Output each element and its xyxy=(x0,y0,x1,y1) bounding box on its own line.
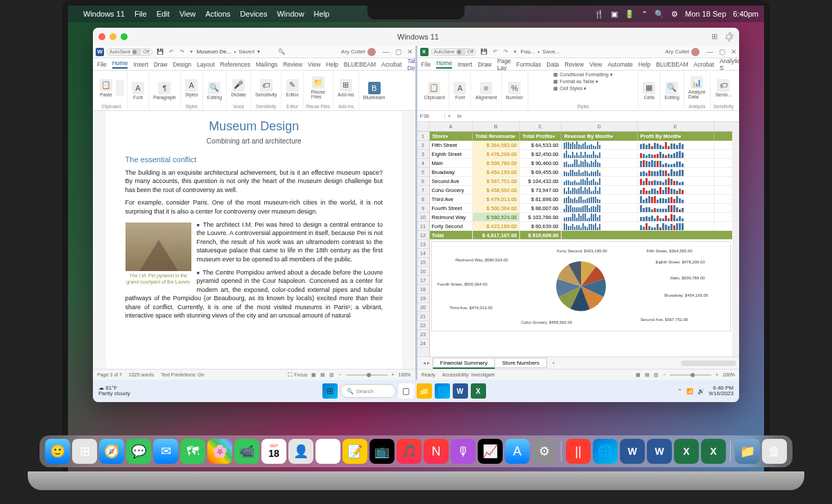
menubar-screen-icon[interactable]: ▣ xyxy=(611,10,618,19)
dock-word-win-icon[interactable]: W xyxy=(647,439,672,464)
excel-header-3[interactable]: Revenue By Month ▾ xyxy=(562,132,638,141)
excel-autosave-toggle[interactable]: AutoSave Off xyxy=(431,49,477,55)
word-sensitivity-button[interactable]: 🏷Sensitivity xyxy=(254,78,279,98)
excel-editing-button[interactable]: 🔍Editing xyxy=(663,80,680,101)
menubar-help[interactable]: Help xyxy=(314,10,330,18)
excel-row-4[interactable]: Second Ave$ 567,751.00$ 104,432.00 xyxy=(430,177,733,186)
menubar-date[interactable]: Mon 18 Sep xyxy=(685,10,726,18)
word-user-avatar[interactable] xyxy=(367,48,376,56)
dock-downloads-icon[interactable]: 📁 xyxy=(735,439,760,464)
word-save-icon[interactable]: 💾 xyxy=(155,49,165,55)
word-tab-help[interactable]: Help xyxy=(326,61,338,68)
taskbar-word-icon[interactable]: W xyxy=(453,383,468,399)
word-tab-view[interactable]: View xyxy=(308,61,320,68)
excel-tab-analytic[interactable]: Analytic S xyxy=(720,58,739,71)
dock-edge-icon[interactable]: 🌐 xyxy=(593,439,618,464)
word-view-print-icon[interactable]: ▦ xyxy=(311,372,316,378)
taskbar-start-button[interactable]: ⊞ xyxy=(322,383,338,399)
excel-conditional-formatting[interactable]: ▦ Conditional Formatting ▾ xyxy=(553,72,612,78)
dock-maps-icon[interactable]: 🗺 xyxy=(180,439,205,464)
dock-trash-icon[interactable]: 🗑 xyxy=(762,439,787,464)
excel-zoom-level[interactable]: 100% xyxy=(722,372,735,377)
word-tab-acrobat[interactable]: Acrobat xyxy=(381,61,401,68)
excel-analyze-button[interactable]: 📊AnalyzeData xyxy=(687,75,707,101)
dock-stocks-icon[interactable]: 📈 xyxy=(478,439,503,464)
word-tab-home[interactable]: Home xyxy=(112,60,128,69)
excel-user-avatar[interactable] xyxy=(691,48,700,56)
excel-close-button[interactable]: ✕ xyxy=(731,48,736,55)
word-filename[interactable]: Museum De... xyxy=(197,49,232,55)
word-tab-draw[interactable]: Draw xyxy=(154,61,168,68)
tray-chevron-icon[interactable]: ⌃ xyxy=(677,388,682,394)
word-search-icon[interactable]: 🔍 xyxy=(277,49,286,55)
excel-tab-bluebeam[interactable]: BLUEBEAM xyxy=(656,61,688,68)
taskbar-edge-icon[interactable]: 🌐 xyxy=(435,383,450,399)
excel-row-2[interactable]: Main$ 509,789.00$ 90,460.00 xyxy=(430,159,733,168)
excel-sheet-tab-1[interactable]: Financial Summary xyxy=(433,358,495,369)
excel-tab-formulas[interactable]: Formulas xyxy=(517,61,541,68)
word-editor-button[interactable]: ✎Editor xyxy=(284,78,300,98)
dock-notes-icon[interactable]: 📝 xyxy=(343,439,367,464)
word-addins-button[interactable]: ⊞Add-ins xyxy=(336,78,356,98)
word-cut-icon[interactable] xyxy=(116,80,124,88)
excel-tab-draw[interactable]: Draw xyxy=(478,61,492,68)
excel-min-button[interactable]: — xyxy=(707,48,713,55)
excel-new-sheet-button[interactable]: + xyxy=(546,360,561,366)
menubar-search-icon[interactable]: 🔍 xyxy=(655,10,664,19)
word-min-button[interactable]: — xyxy=(383,48,390,55)
word-tab-design[interactable]: Design xyxy=(173,61,191,68)
tray-volume-icon[interactable]: 🔊 xyxy=(697,388,704,394)
word-tab-bluebeam[interactable]: BLUEBEAM xyxy=(344,61,376,68)
dock-podcasts-icon[interactable]: 🎙 xyxy=(451,439,476,464)
excel-row-headers[interactable]: 123456789101112131415161718192021222324 xyxy=(417,132,430,356)
minimize-button[interactable] xyxy=(110,33,116,40)
excel-fx-icon[interactable]: fx xyxy=(453,113,466,119)
excel-number-button[interactable]: %Number xyxy=(505,80,525,101)
excel-tab-acrobat[interactable]: Acrobat xyxy=(694,61,714,68)
vm-coherence-icon[interactable]: ⊞ xyxy=(711,32,721,42)
menubar-app-name[interactable]: Windows 11 xyxy=(83,10,125,18)
word-text-predictions[interactable]: Text Predictions: On xyxy=(161,372,205,377)
dock-tv-icon[interactable]: 📺 xyxy=(370,439,395,464)
word-zoom-level[interactable]: 100% xyxy=(399,372,411,377)
menubar-wifi-icon[interactable]: ⌃ xyxy=(641,10,648,19)
taskbar-weather[interactable]: ☁ 81°F Partly cloudy xyxy=(98,385,130,397)
menubar-time[interactable]: 6:40pm xyxy=(733,10,759,18)
excel-filename[interactable]: Fou... xyxy=(521,49,535,55)
excel-view-normal-icon[interactable]: ▦ xyxy=(636,372,641,378)
excel-tab-insert[interactable]: Insert xyxy=(458,61,472,68)
word-undo-icon[interactable]: ↶ xyxy=(168,49,175,55)
taskbar-search[interactable]: 🔍 Search xyxy=(340,384,396,398)
dock-facetime-icon[interactable]: 📹 xyxy=(234,439,259,464)
dock-news-icon[interactable]: N xyxy=(424,439,449,464)
excel-tab-file[interactable]: File xyxy=(422,61,431,68)
excel-tab-review[interactable]: Review xyxy=(564,61,584,68)
vm-settings-icon[interactable] xyxy=(724,32,734,42)
tray-clock[interactable]: 6:40 PM 9/18/2023 xyxy=(709,385,734,397)
excel-zoom-out[interactable]: − xyxy=(663,372,666,377)
word-tab-layout[interactable]: Layout xyxy=(197,61,215,68)
menubar-control-center-icon[interactable]: ⚙ xyxy=(671,10,678,19)
excel-row-1[interactable]: Eighth Street$ 478,209.00$ 82,450.00 xyxy=(430,150,733,159)
taskbar-task-view-icon[interactable]: ▢ xyxy=(399,383,414,399)
excel-alignment-button[interactable]: ≡Alignment xyxy=(474,80,498,101)
dock-settings-icon[interactable]: ⚙ xyxy=(532,439,557,464)
word-dictate-button[interactable]: 🎤Dictate xyxy=(229,78,248,98)
excel-zoom-in[interactable]: + xyxy=(716,372,718,377)
excel-row-0[interactable]: Fifth Street$ 364,583.00$ 64,533.00 xyxy=(430,141,733,150)
word-autosave-toggle[interactable]: AutoSave Off xyxy=(107,49,153,55)
dock-contacts-icon[interactable]: 👤 xyxy=(288,439,313,464)
excel-cell-styles[interactable]: ▦ Cell Styles ▾ xyxy=(553,86,587,92)
word-bluebeam-button[interactable]: BBluebeam xyxy=(362,80,387,101)
excel-save-icon[interactable]: 💾 xyxy=(479,49,489,55)
dock-excel-mac-icon[interactable]: X xyxy=(674,439,699,464)
word-reuse-files-button[interactable]: 📁ReuseFiles xyxy=(310,75,327,101)
word-editing-button[interactable]: 🔍Editing xyxy=(206,80,223,101)
close-button[interactable] xyxy=(98,33,105,40)
word-max-button[interactable]: ▢ xyxy=(395,48,401,55)
excel-cells-button[interactable]: ▦Cells xyxy=(641,80,657,101)
excel-sensitivity-button[interactable]: 🏷Sensi... xyxy=(714,78,733,98)
menubar-window[interactable]: Window xyxy=(277,10,304,18)
word-copy-icon[interactable] xyxy=(116,88,124,96)
dock-calendar-icon[interactable]: SEP18 xyxy=(261,439,286,464)
